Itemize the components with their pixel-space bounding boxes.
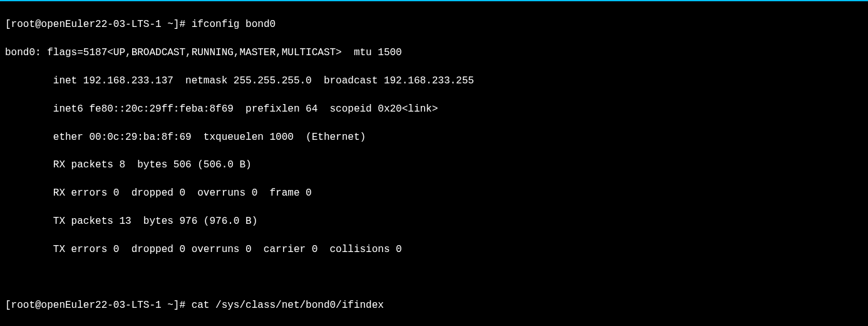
terminal-line: [root@openEuler22-03-LTS-1 ~]# ifconfig …: [5, 18, 863, 31]
output-line: inet 192.168.233.137 netmask 255.255.255…: [5, 74, 863, 88]
blank-line: [5, 270, 863, 284]
output-line: ether 00:0c:29:ba:8f:69 txqueuelen 1000 …: [5, 130, 863, 144]
output-line: RX packets 8 bytes 506 (506.0 B): [5, 158, 863, 172]
output-line: inet6 fe80::20c:29ff:feba:8f69 prefixlen…: [5, 102, 863, 116]
shell-prompt: [root@openEuler22-03-LTS-1 ~]#: [5, 300, 192, 311]
output-line: TX errors 0 dropped 0 overruns 0 carrier…: [5, 243, 863, 256]
output-line: bond0: flags=5187<UP,BROADCAST,RUNNING,M…: [5, 46, 863, 60]
terminal-line: [root@openEuler22-03-LTS-1 ~]# cat /sys/…: [5, 298, 863, 312]
terminal-window[interactable]: [root@openEuler22-03-LTS-1 ~]# ifconfig …: [0, 1, 868, 326]
command-text: ifconfig bond0: [192, 19, 276, 30]
output-line: TX packets 13 bytes 976 (976.0 B): [5, 214, 863, 228]
output-line: RX errors 0 dropped 0 overruns 0 frame 0: [5, 186, 863, 200]
command-text: cat /sys/class/net/bond0/ifindex: [192, 300, 384, 311]
shell-prompt: [root@openEuler22-03-LTS-1 ~]#: [5, 19, 192, 30]
